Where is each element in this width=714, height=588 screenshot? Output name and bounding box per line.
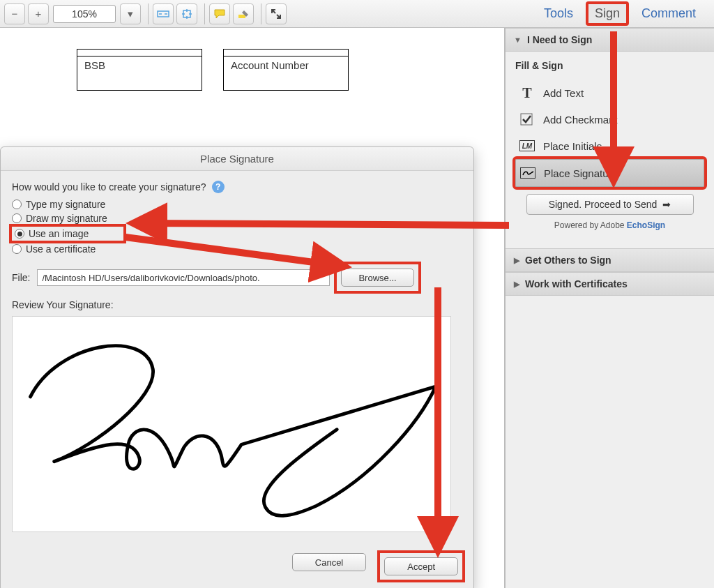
fit-page-icon xyxy=(181,8,192,20)
fill-sign-header: Fill & Sign xyxy=(515,60,704,71)
signature-image xyxy=(17,319,446,529)
radio-draw-signature[interactable]: Draw my signature xyxy=(12,213,462,224)
top-right-links: Tools Sign Comment xyxy=(537,3,710,24)
place-signature-dialog: Place Signature How would you like to cr… xyxy=(0,146,474,588)
comment-tool-button[interactable] xyxy=(209,3,230,24)
file-path-field[interactable]: /Macintosh HD/Users/daliborivkovic/Downl… xyxy=(37,269,330,286)
bsb-box[interactable]: BSB xyxy=(77,56,202,91)
tool-label: Place Signature xyxy=(544,167,618,179)
radio-label: Draw my signature xyxy=(26,213,107,224)
speech-bubble-icon xyxy=(213,8,226,20)
fullscreen-button[interactable] xyxy=(266,3,287,24)
powered-by-text: Powered by Adobe EchoSign xyxy=(515,220,704,230)
tool-place-initials[interactable]: LM Place Initials xyxy=(515,133,704,159)
radio-type-signature[interactable]: Type my signature xyxy=(12,199,462,210)
echosign-link[interactable]: EchoSign xyxy=(627,220,665,230)
tool-add-text[interactable]: T Add Text xyxy=(515,80,704,106)
zoom-out-button[interactable]: − xyxy=(4,3,25,24)
tool-add-checkmark[interactable]: Add Checkmark xyxy=(515,106,704,133)
checkmark-icon xyxy=(519,113,535,126)
radio-icon xyxy=(15,229,24,239)
bsb-label: BSB xyxy=(82,59,105,71)
radio-use-image[interactable]: Use an image xyxy=(12,227,123,241)
triangle-right-icon: ▶ xyxy=(514,256,519,265)
form-row: BSB Account Number xyxy=(0,28,504,98)
initials-icon: LM xyxy=(519,140,535,152)
radio-label: Use an image xyxy=(29,228,89,239)
section-title: Work with Certificates xyxy=(525,278,628,289)
radio-icon xyxy=(12,199,22,209)
proceed-to-send-button[interactable]: Signed. Proceed to Send ➡ xyxy=(526,194,694,215)
form-field-bsb: BSB xyxy=(77,49,202,91)
zoom-in-button[interactable]: + xyxy=(28,3,49,24)
toolbar-separator xyxy=(204,3,205,24)
tool-label: Add Checkmark xyxy=(543,114,618,126)
expand-icon xyxy=(271,8,282,20)
section-get-others[interactable]: ▶ Get Others to Sign xyxy=(506,248,714,272)
fill-sign-body: Fill & Sign T Add Text Add Checkmark LM … xyxy=(506,52,714,248)
tools-link[interactable]: Tools xyxy=(537,3,580,24)
triangle-down-icon: ▼ xyxy=(514,36,522,44)
section-title: Get Others to Sign xyxy=(525,255,612,266)
dialog-title: Place Signature xyxy=(1,147,473,171)
arrow-right-icon: ➡ xyxy=(662,199,671,210)
form-field-account: Account Number xyxy=(223,49,349,91)
dialog-question: How would you like to create your signat… xyxy=(12,181,206,193)
radio-icon xyxy=(12,213,22,223)
document-area: BSB Account Number Place Signature How w… xyxy=(0,28,505,588)
radio-label: Use a certificate xyxy=(26,243,96,255)
triangle-right-icon: ▶ xyxy=(514,280,519,289)
side-panel: ▼ I Need to Sign Fill & Sign T Add Text … xyxy=(505,28,714,588)
tool-place-signature[interactable]: Place Signature xyxy=(515,159,704,187)
account-number-label: Account Number xyxy=(228,59,309,71)
radio-label: Type my signature xyxy=(26,199,105,210)
sign-link[interactable]: Sign xyxy=(587,3,628,24)
section-work-certificates[interactable]: ▶ Work with Certificates xyxy=(506,272,714,296)
accept-button[interactable]: Accept xyxy=(384,557,458,575)
fit-width-icon xyxy=(157,9,169,19)
svg-rect-2 xyxy=(238,15,245,18)
toolbar-separator xyxy=(148,3,149,24)
review-signature-label: Review Your Signature: xyxy=(12,299,462,310)
tool-label: Add Text xyxy=(543,87,584,99)
text-icon: T xyxy=(519,86,535,99)
main-wrap: BSB Account Number Place Signature How w… xyxy=(0,28,714,588)
section-title: I Need to Sign xyxy=(527,34,592,45)
fit-page-button[interactable] xyxy=(176,3,197,24)
highlighter-icon xyxy=(237,8,250,20)
file-label: File: xyxy=(12,272,30,283)
radio-icon xyxy=(12,244,22,254)
svg-rect-3 xyxy=(521,114,532,125)
top-toolbar: − + 105% ▾ Tools Sign Comment xyxy=(0,0,714,28)
signature-icon xyxy=(520,167,536,179)
signature-preview xyxy=(12,316,451,532)
zoom-dropdown-button[interactable]: ▾ xyxy=(120,3,141,24)
account-number-box[interactable]: Account Number xyxy=(223,56,349,91)
browse-button[interactable]: Browse... xyxy=(341,269,413,287)
cancel-button[interactable]: Cancel xyxy=(292,553,366,571)
help-icon[interactable]: ? xyxy=(212,181,225,193)
toolbar-separator xyxy=(261,3,261,24)
comment-link[interactable]: Comment xyxy=(635,3,703,24)
radio-use-certificate[interactable]: Use a certificate xyxy=(12,243,462,255)
zoom-level[interactable]: 105% xyxy=(53,5,116,23)
fit-width-button[interactable] xyxy=(153,3,174,24)
proceed-label: Signed. Proceed to Send xyxy=(549,199,658,210)
tool-label: Place Initials xyxy=(543,140,602,152)
section-need-to-sign[interactable]: ▼ I Need to Sign xyxy=(506,28,714,52)
highlight-tool-button[interactable] xyxy=(233,3,254,24)
